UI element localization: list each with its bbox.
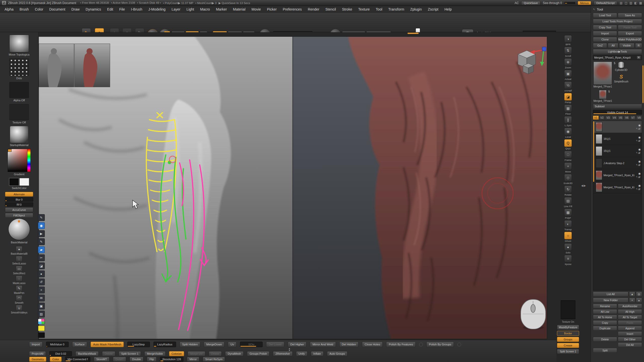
bottom-bar-button[interactable]: Import (29, 342, 43, 347)
menu-item[interactable]: Render (305, 7, 323, 12)
panel-scrollbar[interactable] (642, 65, 643, 103)
shelf-scrollbar[interactable] (408, 33, 419, 34)
right-shelf-button[interactable]: Q Qxyz (562, 139, 574, 150)
mini-palette-tool[interactable]: ✎ (38, 238, 45, 245)
paint-icon[interactable]: ▩ (638, 176, 641, 178)
subtool-toggles[interactable]: ◉ ✎▩ (636, 160, 641, 166)
right-shelf-button[interactable]: ▤ Line Fill (562, 197, 574, 208)
bottom-bar-button[interactable]: Color (50, 357, 61, 362)
right-shelf-button[interactable]: ○ Ghost (562, 232, 574, 242)
bottom-bar-button[interactable]: StoreMT (94, 357, 109, 362)
subtool-row[interactable]: Merged_TPose1_Ryan_Kingslie ◉ ✎▩ (593, 169, 642, 181)
folder-add-icon[interactable]: + (629, 298, 635, 303)
mini-palette-tool[interactable]: ◪ (38, 262, 45, 269)
subtool-op-button[interactable]: All To Target (618, 315, 642, 320)
mini-palette-tool[interactable]: ✉ (38, 295, 45, 301)
subtool-op-button[interactable]: All High (618, 309, 642, 314)
subtool-toggles[interactable]: ◉ ✎▩ (636, 136, 641, 142)
import-button[interactable]: Import (593, 31, 617, 36)
clone-button[interactable]: Clone (593, 37, 617, 42)
right-shelf-button[interactable]: ⊕ Zoom (562, 58, 574, 69)
bottom-bar-button[interactable]: Mirror And Weld (310, 342, 336, 347)
menu-item[interactable]: Layer (169, 7, 183, 12)
right-shelf-button[interactable]: ◉ Local (562, 128, 574, 138)
bottom-bar-button[interactable]: ZRemesher (273, 351, 292, 356)
subtool-view-tab[interactable]: V8 (636, 116, 642, 120)
titlebar-icon[interactable]: ◫ (625, 1, 627, 5)
bottom-bar-button[interactable]: LazyStep (127, 342, 150, 347)
menu-item[interactable]: Preferences (280, 7, 305, 12)
eye-icon[interactable]: ◉ (638, 148, 641, 151)
menu-item[interactable]: Stencil (322, 7, 339, 12)
bottom-bar-button[interactable]: MidValue 0 (46, 342, 69, 347)
color-swatch[interactable] (38, 319, 45, 324)
save-as-button[interactable]: Save As (618, 13, 642, 18)
right-shelf-button[interactable]: ≡ Xpose (562, 255, 574, 265)
simplebrush-tool[interactable]: S SimpleBrush (614, 74, 628, 83)
bottom-bar-button[interactable]: Polish By Groups (426, 342, 454, 347)
right-shelf-button[interactable]: ∥ L.Sym (562, 116, 574, 127)
bottom-bar-button[interactable]: Inflate (311, 351, 324, 356)
menu-item[interactable]: I-Brush (128, 7, 145, 12)
subtool-view-tab[interactable]: V1 (593, 116, 599, 120)
current-stroke-thumbnail[interactable] (9, 58, 29, 76)
mini-palette-tool[interactable]: ✂ (38, 254, 45, 261)
subtool-toggles[interactable]: ◉ ✎▩ (636, 184, 641, 190)
subtool-view-tab[interactable]: V3 (605, 116, 611, 120)
eye-icon[interactable]: ◉ (638, 160, 641, 163)
bottom-bar-button[interactable]: Resolution 128 (160, 357, 183, 362)
visible-count-slider[interactable]: Visible Count 14 (593, 110, 642, 115)
right-shelf-button[interactable]: + Move (562, 162, 574, 173)
default-zscript-button[interactable]: DefaultZScript (594, 1, 617, 5)
menu-item[interactable]: Help (441, 7, 455, 12)
bottom-bar-button[interactable]: Split Screen 1 (119, 351, 141, 356)
menu-item[interactable]: Color (32, 7, 46, 12)
subtool-op-button[interactable]: Duplicate (593, 326, 617, 331)
recent-tool-thumbnail[interactable]: 5 (599, 90, 607, 99)
scroll-down-icon[interactable]: ▼ (288, 349, 291, 351)
subtool-toggles[interactable]: ◉ ✎▩ (636, 124, 641, 130)
quick-brush-item[interactable]: ◌ SelectLasso (12, 256, 26, 265)
collapse-icon[interactable]: ↖ (593, 8, 595, 11)
quick-brush-item[interactable]: ∪ SmoothValleys (11, 305, 27, 314)
subtool-op-button[interactable]: Rename (593, 304, 617, 308)
border-button[interactable]: Border (557, 331, 579, 336)
current-material-thumbnail[interactable] (10, 126, 28, 143)
menu-item[interactable]: Stroke (339, 7, 355, 12)
paint-icon[interactable]: ▩ (638, 127, 641, 130)
mini-palette-tool[interactable]: ▣ (38, 303, 45, 309)
subtool-op-button[interactable]: Append (618, 326, 642, 331)
bottom-bar-button[interactable]: Mirror (187, 357, 199, 362)
titlebar-icon[interactable]: ▤ (620, 1, 622, 5)
bottom-bar-button[interactable]: ProjectAll (29, 351, 46, 356)
mini-palette-tool[interactable]: × (38, 287, 45, 293)
right-shelf-button[interactable]: ◐ Transp (562, 220, 574, 231)
menu-item[interactable]: Document (46, 7, 68, 12)
canvas-scroll-arrows[interactable]: ▲ ▼ (288, 347, 291, 351)
mini-palette-tool[interactable]: ◉ (38, 222, 45, 229)
mini-palette-tool[interactable]: ↺ (38, 279, 45, 285)
sculpt-canvas[interactable] (38, 36, 547, 339)
paint-icon[interactable]: ▩ (638, 152, 641, 154)
menu-item[interactable]: Brush (17, 7, 32, 12)
goz-r-button[interactable]: R (635, 43, 642, 48)
subtool-row[interactable]: Merged_TPose1_Ryan_Kingslie ◉ ✎▩ (593, 181, 642, 193)
crease-button[interactable]: Crease (557, 343, 579, 348)
menu-item[interactable]: Tool (373, 7, 385, 12)
groups-button[interactable]: Groups (557, 337, 579, 342)
list-all-button[interactable]: List All (593, 292, 628, 297)
panel-divider-handle[interactable]: ◀▶ (581, 184, 586, 187)
blur-slider[interactable]: Blur 0 (5, 197, 33, 202)
subtool-up-icon[interactable]: ▲ (629, 292, 635, 297)
right-shelf-button[interactable]: ▩ PolyF (562, 209, 574, 219)
bottom-bar-button[interactable]: Split Hidden (180, 342, 200, 347)
bottom-bar-button[interactable]: Smart ReSym (203, 357, 225, 362)
subtool-op-button[interactable]: Del Other (618, 337, 642, 342)
quicksave-button[interactable]: QuickSave (521, 1, 540, 5)
see-through-slider[interactable] (565, 2, 575, 4)
titlebar-icon[interactable]: ▦ (639, 1, 642, 5)
subtool-view-tab[interactable]: V4 (612, 116, 617, 120)
secondary-color-swatch[interactable] (19, 178, 29, 186)
menu-item[interactable]: Light (183, 7, 197, 12)
bottom-bar-button[interactable]: Delete (102, 351, 115, 356)
